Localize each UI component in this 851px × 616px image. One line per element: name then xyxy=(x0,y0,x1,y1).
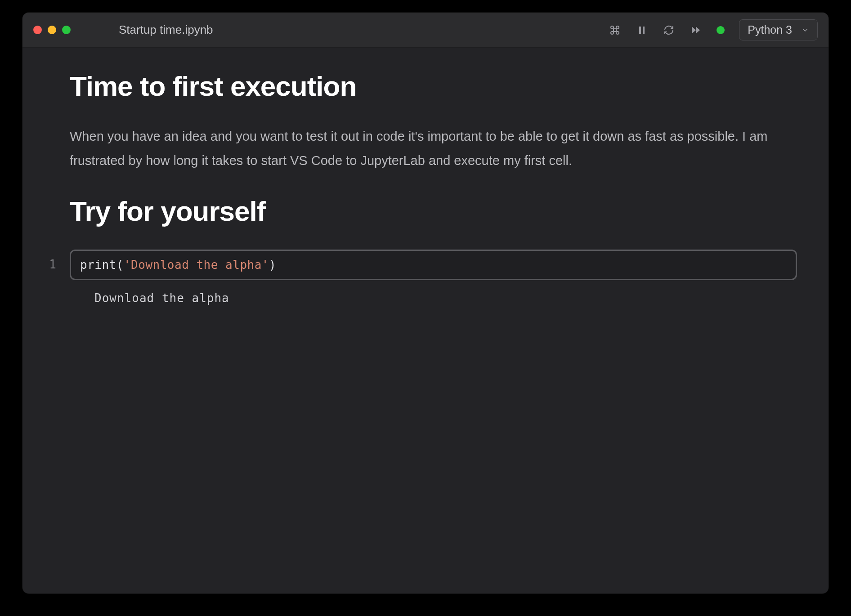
close-window-button[interactable] xyxy=(33,26,42,34)
fast-forward-icon[interactable] xyxy=(690,24,702,36)
heading-2: Try for yourself xyxy=(70,195,797,227)
traffic-lights xyxy=(33,26,71,34)
code-string: 'Download the alpha' xyxy=(124,258,269,272)
svg-rect-0 xyxy=(639,27,641,34)
cell-output: Download the alpha xyxy=(70,291,797,305)
code-cell[interactable]: print('Download the alpha') xyxy=(70,250,797,280)
maximize-window-button[interactable] xyxy=(62,26,71,34)
code-paren-close: ) xyxy=(269,258,276,272)
output-wrapper: Download the alpha xyxy=(45,291,797,305)
titlebar-right: Python 3 xyxy=(609,19,818,40)
heading-1: Time to first execution xyxy=(70,70,797,102)
minimize-window-button[interactable] xyxy=(48,26,56,34)
titlebar: Startup time.ipynb xyxy=(22,13,829,48)
chevron-down-icon xyxy=(801,26,809,34)
kernel-status-indicator xyxy=(717,26,725,34)
code-paren-open: ( xyxy=(116,258,124,272)
cell-execution-count: 1 xyxy=(45,250,56,271)
app-window: Startup time.ipynb xyxy=(22,13,829,594)
svg-marker-2 xyxy=(692,27,696,34)
code-cell-wrapper: 1 print('Download the alpha') xyxy=(45,250,797,280)
svg-rect-1 xyxy=(643,27,645,34)
file-title: Startup time.ipynb xyxy=(119,23,213,37)
kernel-label: Python 3 xyxy=(748,23,792,36)
restart-icon[interactable] xyxy=(663,24,675,36)
paragraph: When you have an idea and you want to te… xyxy=(70,125,797,173)
titlebar-left: Startup time.ipynb xyxy=(33,23,213,37)
pause-icon[interactable] xyxy=(636,24,648,36)
command-icon[interactable] xyxy=(609,24,621,36)
code-function: print xyxy=(80,258,116,272)
svg-marker-3 xyxy=(696,27,700,34)
notebook-body: Time to first execution When you have an… xyxy=(45,70,797,227)
notebook-content: Time to first execution When you have an… xyxy=(22,48,829,594)
kernel-selector[interactable]: Python 3 xyxy=(739,19,818,40)
